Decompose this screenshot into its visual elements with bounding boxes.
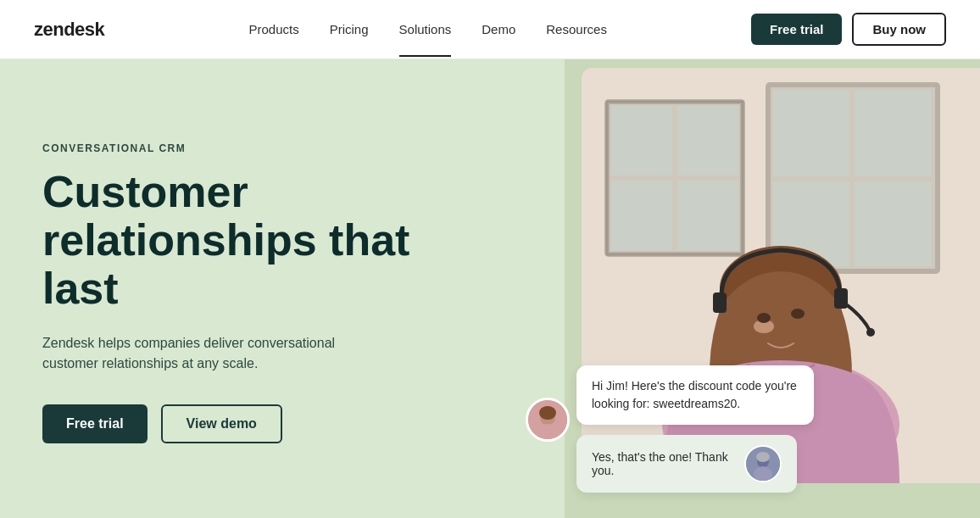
chat-bubble-user-text: Yes, that's the one! Thank you. (592, 450, 736, 477)
hero-eyebrow: CONVERSATIONAL CRM (42, 142, 441, 154)
svg-point-22 (866, 328, 875, 337)
svg-point-30 (756, 452, 770, 462)
hero-image-area: Hi Jim! Here's the discount code you're … (483, 59, 980, 518)
nav-item-products[interactable]: Products (248, 22, 298, 36)
site-logo[interactable]: zendesk (34, 19, 104, 41)
hero-headline: Customer relationships that last (42, 168, 441, 314)
free-trial-nav-button[interactable]: Free trial (751, 14, 842, 45)
user-avatar-icon (746, 447, 780, 481)
agent-avatar-icon (528, 400, 567, 439)
site-header: zendesk Products Pricing Solutions Demo … (0, 0, 980, 59)
chat-bubble-user: Yes, that's the one! Thank you. (576, 435, 797, 493)
chat-agent-avatar (526, 398, 570, 442)
main-nav: Products Pricing Solutions Demo Resource… (248, 22, 607, 36)
svg-point-19 (791, 309, 805, 319)
nav-item-solutions[interactable]: Solutions (399, 22, 452, 36)
svg-point-18 (757, 313, 771, 323)
svg-rect-10 (855, 90, 931, 176)
svg-point-26 (539, 406, 556, 420)
hero-section: CONVERSATIONAL CRM Customer relationship… (0, 59, 980, 518)
hero-content: CONVERSATIONAL CRM Customer relationship… (0, 59, 483, 518)
nav-item-demo[interactable]: Demo (482, 22, 515, 36)
view-demo-button[interactable]: View demo (161, 404, 282, 443)
svg-rect-20 (713, 292, 727, 313)
header-actions: Free trial Buy now (751, 13, 946, 46)
hero-subtext: Zendesk helps companies deliver conversa… (42, 333, 365, 374)
svg-rect-5 (677, 106, 738, 175)
buy-now-button[interactable]: Buy now (852, 13, 946, 46)
svg-rect-9 (773, 90, 849, 176)
nav-item-pricing[interactable]: Pricing (330, 22, 369, 36)
svg-rect-4 (611, 106, 672, 175)
hero-buttons: Free trial View demo (42, 404, 441, 443)
free-trial-hero-button[interactable]: Free trial (42, 404, 148, 443)
chat-bubble-agent-text: Hi Jim! Here's the discount code you're … (592, 379, 797, 410)
svg-rect-6 (611, 181, 672, 250)
chat-bubble-agent: Hi Jim! Here's the discount code you're … (576, 365, 814, 425)
svg-rect-12 (855, 181, 931, 266)
chat-overlay: Hi Jim! Here's the discount code you're … (534, 365, 814, 493)
nav-item-resources[interactable]: Resources (546, 22, 607, 36)
user-avatar (744, 445, 782, 482)
svg-rect-7 (677, 181, 738, 250)
